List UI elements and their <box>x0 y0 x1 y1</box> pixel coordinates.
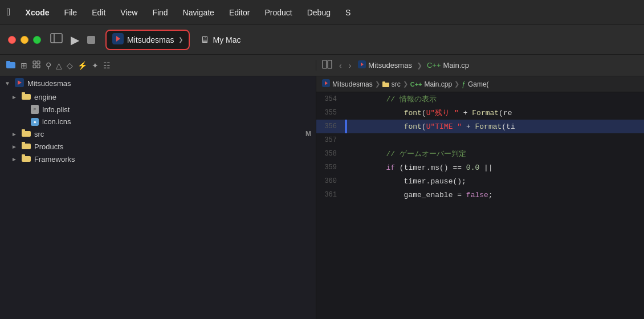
search-icon[interactable]: ⚲ <box>46 61 51 70</box>
code-line-357: 357 <box>316 133 644 147</box>
folder-navigator-icon[interactable] <box>6 60 16 71</box>
device-selector[interactable]: 🖥 My Mac <box>200 35 241 45</box>
src-modified-badge: M <box>305 130 311 138</box>
engine-folder-name: engine <box>34 93 56 101</box>
test-navigator-icon[interactable]: ◇ <box>67 61 73 70</box>
products-folder-name: Products <box>34 142 63 151</box>
menu-editor[interactable]: Editor <box>227 7 252 18</box>
line-number-357: 357 <box>316 136 345 144</box>
back-arrow-button[interactable]: ‹ <box>337 60 344 71</box>
scheme-selector[interactable]: Mitsudesmas ❯ <box>105 30 190 50</box>
svg-rect-7 <box>37 61 40 64</box>
editor-bc-sep2: ❯ <box>403 80 408 88</box>
minimize-button[interactable] <box>21 36 28 44</box>
project-root-name: Mitsudesmas <box>27 79 71 88</box>
products-chevron-icon: ► <box>11 144 18 150</box>
code-text-359: if (timer.ms() == 0.0 || <box>345 163 493 172</box>
code-line-355: 355 font(U"残り " + Format(re <box>316 106 644 120</box>
engine-chevron-icon: ► <box>11 94 18 100</box>
menu-navigate[interactable]: Navigate <box>181 7 217 18</box>
debug-navigator-icon[interactable]: ⚡ <box>78 61 87 70</box>
editor-layout-icon[interactable] <box>322 60 332 71</box>
menu-debug[interactable]: Debug <box>305 7 333 18</box>
source-control-icon[interactable]: ⊞ <box>21 61 27 70</box>
editor-bc-sep1: ❯ <box>375 80 380 88</box>
code-line-356: 356 font(U"TIME " + Format(ti <box>316 120 644 133</box>
menu-find[interactable]: Find <box>150 7 170 18</box>
line-number-354: 354 <box>316 95 345 103</box>
editor-bc-file[interactable]: Main.cpp <box>424 80 452 88</box>
svg-rect-9 <box>37 65 40 68</box>
code-content-area[interactable]: 354 // 情報の表示 355 font(U"残り " + Format(re… <box>316 92 644 319</box>
frameworks-folder-name: Frameworks <box>34 155 75 163</box>
src-chevron-icon: ► <box>11 131 18 137</box>
symbol-navigator-icon[interactable] <box>32 60 41 71</box>
menu-xcode[interactable]: Xcode <box>23 7 52 18</box>
menu-edit[interactable]: Edit <box>89 7 108 18</box>
project-icon <box>358 60 366 70</box>
svg-rect-10 <box>323 60 327 68</box>
info-plist-item[interactable]: ► P Info.plist <box>0 103 316 116</box>
products-folder-item[interactable]: ► Products <box>0 140 316 153</box>
src-folder-item[interactable]: ► src M <box>0 128 316 140</box>
main-toolbar: ▶ Mitsudesmas ❯ 🖥 My Mac <box>0 25 644 55</box>
engine-folder-icon <box>22 92 31 101</box>
line-number-356: 356 <box>316 122 345 130</box>
window-controls <box>8 36 41 44</box>
project-root-item[interactable]: ▼ Mitsudesmas <box>0 76 316 91</box>
project-navigator: ▼ Mitsudesmas ► engine ► P <box>0 76 316 319</box>
editor-bc-src-icon <box>382 79 389 89</box>
editor-toolbar: ‹ › Mitsudesmas ❯ C++ Main.cp <box>316 60 644 71</box>
issue-navigator-icon[interactable]: △ <box>56 61 62 70</box>
fullscreen-button[interactable] <box>33 36 41 44</box>
frameworks-folder-item[interactable]: ► Frameworks <box>0 153 316 165</box>
code-text-354: // 情報の表示 <box>345 94 437 104</box>
stop-button[interactable] <box>87 36 95 44</box>
editor-breadcrumb-bar: Mitsudesmas ❯ src ❯ C++ Main.cpp ❯ ƒ Gam… <box>316 76 644 92</box>
engine-folder-item[interactable]: ► engine <box>0 91 316 103</box>
line-number-359: 359 <box>316 163 345 171</box>
code-line-360: 360 timer.pause(); <box>316 174 644 188</box>
menu-more[interactable]: S <box>343 7 353 18</box>
menu-view[interactable]: View <box>118 7 140 18</box>
menu-product[interactable]: Product <box>262 7 294 18</box>
menu-bar:  Xcode File Edit View Find Navigate Edi… <box>0 0 644 25</box>
report-navigator-icon[interactable]: ☷ <box>103 61 111 70</box>
svg-rect-21 <box>22 142 25 145</box>
frameworks-chevron-icon: ► <box>11 156 18 162</box>
sidebar-toggle-button[interactable] <box>50 33 63 46</box>
line-number-358: 358 <box>316 150 345 158</box>
plist-file-icon: P <box>31 105 39 114</box>
close-button[interactable] <box>8 36 16 44</box>
breakpoint-navigator-icon[interactable]: ✦ <box>92 61 99 70</box>
editor-bc-func[interactable]: Game( <box>468 80 489 88</box>
svg-rect-27 <box>382 81 385 84</box>
code-text-360: timer.pause(); <box>345 177 466 186</box>
editor-breadcrumb-file: C++ Main.cp <box>427 61 469 69</box>
info-plist-name: Info.plist <box>42 105 70 114</box>
line-number-355: 355 <box>316 109 345 117</box>
line-number-361: 361 <box>316 191 345 199</box>
editor-bc-project[interactable]: Mitsudesmas <box>332 80 373 88</box>
apple-menu[interactable]:  <box>7 6 11 18</box>
breadcrumb-project-name[interactable]: Mitsudesmas <box>368 61 412 69</box>
code-line-361: 361 game_enable = false; <box>316 188 644 202</box>
current-line-indicator <box>345 120 347 133</box>
breadcrumb-file-name[interactable]: Main.cp <box>443 61 470 69</box>
project-app-icon <box>15 78 24 89</box>
frameworks-folder-icon <box>22 154 31 163</box>
editor-bc-project-icon <box>322 79 330 89</box>
svg-rect-5 <box>6 61 10 63</box>
svg-rect-6 <box>33 61 36 64</box>
icon-icns-item[interactable]: ► ◆ icon.icns <box>0 116 316 128</box>
editor-bc-func-icon: ƒ <box>462 80 466 88</box>
src-folder-name: src <box>34 130 44 138</box>
scheme-app-icon <box>112 33 124 47</box>
forward-arrow-button[interactable]: › <box>347 60 354 71</box>
run-button[interactable]: ▶ <box>71 33 79 47</box>
menu-file[interactable]: File <box>62 7 80 18</box>
svg-rect-23 <box>22 154 25 157</box>
svg-rect-17 <box>22 92 25 95</box>
editor-bc-sep3: ❯ <box>454 80 459 88</box>
editor-bc-src[interactable]: src <box>392 80 401 88</box>
